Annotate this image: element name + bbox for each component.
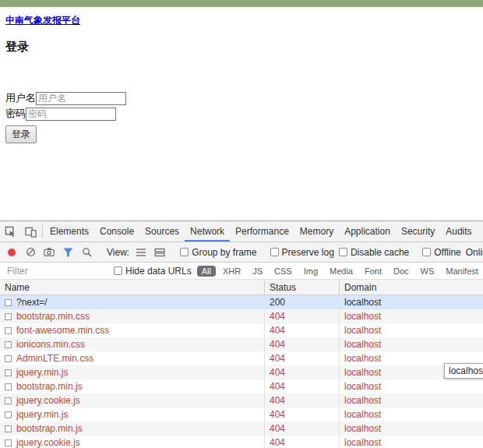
screen: 中南气象发报平台 登录 用户名 密码 登录	[0, 0, 483, 448]
filter-funnel-icon	[63, 248, 73, 257]
type-filter-css[interactable]: CSS	[270, 266, 297, 277]
offline-label: Offline	[434, 247, 460, 258]
devtools-tab-network[interactable]: Network	[185, 221, 230, 242]
view-small-rows-icon	[136, 248, 146, 257]
request-name: jquery.min.js	[16, 367, 68, 378]
devtools-tab-performance[interactable]: Performance	[230, 221, 294, 242]
devtools-tab-edi[interactable]: Edi	[478, 221, 483, 242]
request-domain: localhost	[340, 295, 483, 309]
clear-button[interactable]	[23, 247, 37, 257]
record-button[interactable]	[5, 249, 19, 256]
file-icon	[5, 383, 12, 390]
network-filterbar: Hide data URLs AllXHRJSCSSImgMediaFontDo…	[0, 263, 483, 280]
view-large-button[interactable]	[153, 248, 167, 257]
request-name: bootstrap.min.js	[16, 381, 83, 392]
type-filter-xhr[interactable]: XHR	[218, 266, 245, 277]
request-status: 404	[265, 323, 340, 337]
network-row[interactable]: bootstrap.min.js404localhost	[0, 422, 483, 436]
device-toolbar-icon	[25, 226, 37, 238]
request-status: 404	[265, 309, 340, 323]
network-toolbar: View: Group by frame	[0, 242, 483, 263]
network-row[interactable]: ?next=/200localhost	[0, 295, 483, 309]
file-icon	[5, 341, 12, 348]
devtools-tab-sources[interactable]: Sources	[139, 221, 185, 242]
request-name: bootstrap.min.js	[16, 423, 83, 434]
checkbox-icon	[422, 248, 431, 256]
request-domain: localhost	[340, 323, 483, 337]
hide-data-urls-label: Hide data URLs	[125, 266, 192, 277]
request-status: 404	[265, 393, 340, 407]
type-filter-img[interactable]: Img	[299, 266, 323, 277]
group-by-frame-checkbox[interactable]: Group by frame	[180, 247, 256, 258]
network-row[interactable]: font-awesome.min.css404localhost	[0, 323, 483, 337]
file-icon	[5, 355, 12, 362]
filter-button[interactable]	[61, 248, 75, 257]
file-icon	[5, 369, 12, 376]
request-name: AdminLTE.min.css	[16, 353, 93, 364]
column-header-status[interactable]: Status	[265, 280, 340, 295]
throttling-dropdown[interactable]: Online	[466, 247, 483, 258]
filter-input[interactable]	[5, 265, 108, 277]
request-type-filters: AllXHRJSCSSImgMediaFontDocWSManifestOthe…	[197, 266, 483, 277]
network-row[interactable]: jquery.cookie.js404localhost	[0, 436, 483, 448]
column-header-name[interactable]: Name	[0, 280, 265, 295]
inspect-element-button[interactable]	[0, 221, 20, 242]
type-filter-doc[interactable]: Doc	[389, 266, 414, 277]
view-label: View:	[107, 247, 129, 258]
capture-screenshots-button[interactable]	[42, 247, 56, 257]
disable-cache-checkbox[interactable]: Disable cache	[339, 247, 409, 258]
type-filter-ws[interactable]: WS	[416, 266, 439, 277]
devtools-tab-memory[interactable]: Memory	[294, 221, 339, 242]
network-table-header: Name Status Domain	[0, 280, 483, 295]
search-icon	[82, 247, 92, 257]
file-icon	[5, 327, 12, 334]
username-label: 用户名	[5, 91, 36, 105]
request-name: jquery.min.js	[16, 409, 68, 420]
view-list-button[interactable]	[134, 248, 148, 257]
type-filter-js[interactable]: JS	[248, 266, 267, 277]
request-domain: localhost	[340, 337, 483, 351]
file-icon	[5, 299, 12, 306]
network-row[interactable]: bootstrap.min.js404localhost	[0, 379, 483, 393]
network-row[interactable]: jquery.min.js404localhost	[0, 407, 483, 422]
request-name: bootstrap.min.css	[16, 311, 90, 322]
type-filter-font[interactable]: Font	[360, 266, 386, 277]
network-request-list: ?next=/200localhostbootstrap.min.css404l…	[0, 295, 483, 448]
device-toolbar-button[interactable]	[20, 221, 41, 242]
checkbox-icon	[270, 248, 279, 256]
request-domain: localhost	[340, 422, 483, 436]
login-button[interactable]: 登录	[5, 125, 37, 143]
type-filter-media[interactable]: Media	[325, 266, 358, 277]
password-field[interactable]	[26, 108, 116, 121]
network-row[interactable]: jquery.cookie.js404localhost	[0, 393, 483, 407]
request-status: 404	[265, 379, 340, 393]
request-name: jquery.cookie.js	[16, 395, 80, 406]
devtools-tab-console[interactable]: Console	[94, 221, 139, 242]
network-row[interactable]: AdminLTE.min.css404localhost	[0, 351, 483, 365]
devtools-tab-elements[interactable]: Elements	[44, 221, 94, 242]
request-name: ionicons.min.css	[16, 339, 85, 350]
username-field[interactable]	[36, 92, 126, 105]
network-row[interactable]: jquery.min.js404localhost	[0, 365, 483, 379]
type-filter-manifest[interactable]: Manifest	[441, 266, 483, 277]
file-icon	[5, 411, 12, 418]
devtools-tab-security[interactable]: Security	[396, 221, 440, 242]
column-header-domain[interactable]: Domain	[340, 280, 483, 295]
devtools-tab-application[interactable]: Application	[339, 221, 396, 242]
request-name: font-awesome.min.css	[16, 325, 109, 336]
offline-checkbox[interactable]: Offline	[422, 247, 460, 258]
request-domain: localhost	[340, 309, 483, 323]
checkbox-icon	[339, 248, 347, 256]
request-domain: localhost	[340, 393, 483, 407]
preserve-log-checkbox[interactable]: Preserve log	[270, 247, 334, 258]
request-domain: localhost	[340, 379, 483, 393]
search-button[interactable]	[79, 247, 93, 257]
devtools-tabbar: ElementsConsoleSourcesNetworkPerformance…	[0, 221, 483, 242]
type-filter-all[interactable]: All	[197, 266, 216, 277]
request-status: 404	[265, 407, 340, 422]
network-row[interactable]: ionicons.min.css404localhost	[0, 337, 483, 351]
devtools-tab-audits[interactable]: Audits	[440, 221, 477, 242]
network-row[interactable]: bootstrap.min.css404localhost	[0, 309, 483, 323]
hide-data-urls-checkbox[interactable]: Hide data URLs	[114, 266, 192, 277]
site-home-link[interactable]: 中南气象发报平台	[5, 14, 80, 27]
